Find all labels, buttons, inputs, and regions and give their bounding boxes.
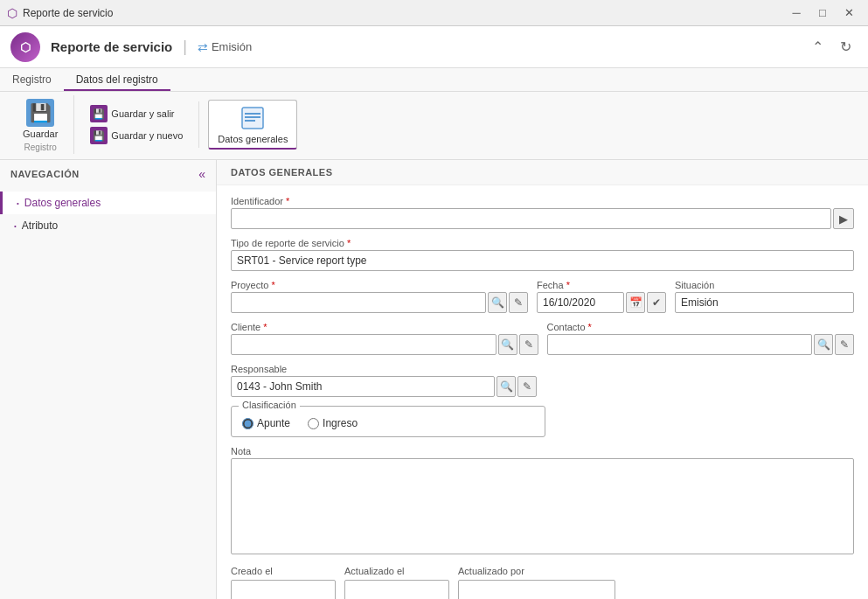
clasificacion-legend: Clasificación xyxy=(239,400,300,410)
toolbar-content: 💾 Guardar Registro 💾 Guardar y salir 💾 G… xyxy=(0,92,868,157)
radio-apunte-input[interactable] xyxy=(242,418,253,429)
proyecto-label: Proyecto * xyxy=(231,280,528,290)
save-button[interactable]: 💾 Guardar xyxy=(16,97,65,141)
toolbar-small-buttons: 💾 Guardar y salir 💾 Guardar y nuevo xyxy=(85,103,188,146)
sidebar-bullet-atributo: • xyxy=(14,222,17,230)
actualizado-por-field: Actualizado por xyxy=(458,566,615,599)
tab-registro[interactable]: Registro xyxy=(0,70,64,91)
responsable-input[interactable] xyxy=(231,376,495,397)
identificador-label: Identificador * xyxy=(231,196,854,206)
fecha-required: * xyxy=(566,280,570,290)
radio-apunte-label[interactable]: Apunte xyxy=(242,417,290,429)
tipo-reporte-required: * xyxy=(347,238,351,248)
title-bar-app-icon: ⬡ xyxy=(7,6,17,20)
sidebar-item-datos-generales[interactable]: • Datos generales xyxy=(0,192,216,214)
fecha-label: Fecha * xyxy=(537,280,666,290)
sidebar: NAVEGACIÓN « • Datos generales • Atribut… xyxy=(0,160,217,599)
cliente-edit-button[interactable]: ✎ xyxy=(519,334,538,355)
header-action-buttons: ⌃ ↻ xyxy=(805,35,858,59)
responsable-row: Responsable 🔍 ✎ xyxy=(231,364,854,397)
identificador-arrow-button[interactable]: ▶ xyxy=(833,208,854,229)
save-icon: 💾 xyxy=(26,99,54,127)
title-bar-text: Reporte de servicio xyxy=(23,7,779,19)
save-new-button[interactable]: 💾 Guardar y nuevo xyxy=(85,125,188,146)
app-mode: ⇄ Emisión xyxy=(198,40,252,54)
actualizado-por-input[interactable] xyxy=(458,580,615,599)
cliente-required: * xyxy=(263,322,267,332)
toolbar-guardar-group: 💾 Guardar Registro xyxy=(7,95,74,154)
creado-el-field: Creado el xyxy=(231,566,336,599)
radio-ingreso-text: Ingreso xyxy=(323,417,358,429)
sidebar-bullet-datos: • xyxy=(17,199,19,207)
registro-group-label: Registro xyxy=(24,143,57,152)
collapse-header-button[interactable]: ⌃ xyxy=(805,35,830,59)
datos-generales-label: Datos generales xyxy=(218,134,288,144)
save-new-label: Guardar y nuevo xyxy=(111,130,183,141)
situacion-label: Situación xyxy=(675,280,854,290)
proyecto-search-button[interactable]: 🔍 xyxy=(488,292,507,313)
clasificacion-group: Clasificación Apunte Ingreso xyxy=(231,406,545,437)
radio-group: Apunte Ingreso xyxy=(242,414,534,429)
sidebar-items: • Datos generales • Atributo xyxy=(0,188,216,240)
tipo-reporte-input[interactable] xyxy=(231,250,854,271)
proyecto-edit-button[interactable]: ✎ xyxy=(509,292,528,313)
fecha-input[interactable] xyxy=(537,292,624,313)
app-logo: ⬡ xyxy=(10,32,40,62)
situacion-input[interactable] xyxy=(675,292,854,313)
contacto-label: Contacto * xyxy=(547,322,855,332)
responsable-edit-button[interactable]: ✎ xyxy=(517,376,537,397)
tipo-reporte-row: Tipo de reporte de servicio * xyxy=(231,238,854,271)
fecha-check-button[interactable]: ✔ xyxy=(647,292,666,313)
tab-datos-registro[interactable]: Datos del registro xyxy=(64,70,170,91)
save-new-icon: 💾 xyxy=(90,127,108,144)
proyecto-input[interactable] xyxy=(231,292,486,313)
maximize-button[interactable]: □ xyxy=(810,4,835,22)
cliente-search-button[interactable]: 🔍 xyxy=(498,334,517,355)
creado-el-label: Creado el xyxy=(231,566,336,576)
identificador-row: Identificador * ▶ xyxy=(231,196,854,229)
proyecto-fecha-row: Proyecto * 🔍 ✎ Fecha * xyxy=(231,280,854,313)
situacion-group: Situación xyxy=(675,280,854,313)
creado-el-input[interactable] xyxy=(231,580,336,599)
nota-textarea[interactable] xyxy=(231,458,854,554)
close-button[interactable]: ✕ xyxy=(837,4,861,22)
cliente-label: Cliente * xyxy=(231,322,538,332)
title-bar-buttons: ─ □ ✕ xyxy=(784,4,861,22)
cliente-input-group: 🔍 ✎ xyxy=(231,334,538,355)
responsable-search-button[interactable]: 🔍 xyxy=(496,376,516,397)
sidebar-label-atributo: Atributo xyxy=(22,219,58,232)
contacto-search-button[interactable]: 🔍 xyxy=(814,334,833,355)
minimize-button[interactable]: ─ xyxy=(784,4,809,22)
svg-rect-2 xyxy=(245,116,260,118)
proyecto-required: * xyxy=(271,280,274,290)
content-header: DATOS GENERALES xyxy=(217,160,868,185)
datos-generales-button[interactable]: Datos generales xyxy=(208,100,297,150)
radio-ingreso-input[interactable] xyxy=(308,418,319,429)
fecha-calendar-button[interactable]: 📅 xyxy=(626,292,645,313)
tipo-reporte-label: Tipo de reporte de servicio * xyxy=(231,238,854,248)
content-area: DATOS GENERALES Identificador * ▶ Tipo d… xyxy=(217,160,868,599)
refresh-button[interactable]: ↻ xyxy=(833,35,858,59)
three-col-layout: Proyecto * 🔍 ✎ Fecha * xyxy=(231,280,854,313)
sidebar-title: NAVEGACIÓN xyxy=(10,169,80,179)
save-exit-button[interactable]: 💾 Guardar y salir xyxy=(85,103,188,124)
actualizado-el-input[interactable] xyxy=(344,580,449,599)
toolbar: Registro Datos del registro 💾 Guardar Re… xyxy=(0,68,868,160)
datos-generales-icon xyxy=(239,104,267,132)
sidebar-collapse-button[interactable]: « xyxy=(198,167,205,181)
actualizado-el-label: Actualizado el xyxy=(344,566,449,576)
radio-ingreso-label[interactable]: Ingreso xyxy=(308,417,358,429)
identificador-input[interactable] xyxy=(231,208,831,229)
identificador-input-group: ▶ xyxy=(231,208,854,229)
sidebar-item-atributo[interactable]: • Atributo xyxy=(0,214,216,237)
contacto-input[interactable] xyxy=(547,334,813,355)
app-header: ⬡ Reporte de servicio | ⇄ Emisión ⌃ ↻ xyxy=(0,26,868,68)
svg-rect-1 xyxy=(245,113,260,115)
fecha-input-group: 📅 ✔ xyxy=(537,292,666,313)
toolbar-tabs: Registro Datos del registro xyxy=(0,70,868,92)
cliente-input[interactable] xyxy=(231,334,496,355)
contacto-edit-button[interactable]: ✎ xyxy=(835,334,854,355)
radio-apunte-text: Apunte xyxy=(257,417,290,429)
cliente-group: Cliente * 🔍 ✎ xyxy=(231,322,538,355)
cliente-contacto-row: Cliente * 🔍 ✎ Contacto * xyxy=(231,322,854,355)
